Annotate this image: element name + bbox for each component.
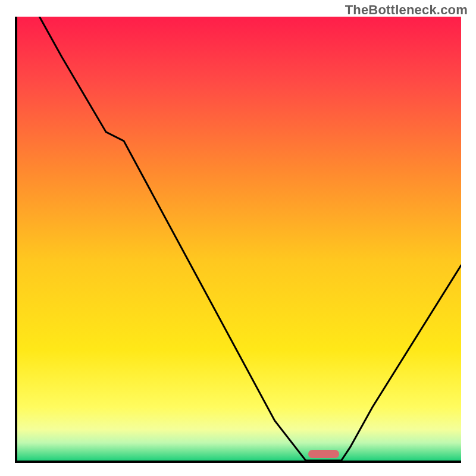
bottleneck-curve (17, 17, 461, 461)
plot-area (15, 17, 461, 463)
chart-viewport: TheBottleneck.com (0, 0, 476, 476)
optimal-marker (308, 450, 339, 458)
watermark-text: TheBottleneck.com (345, 2, 468, 18)
